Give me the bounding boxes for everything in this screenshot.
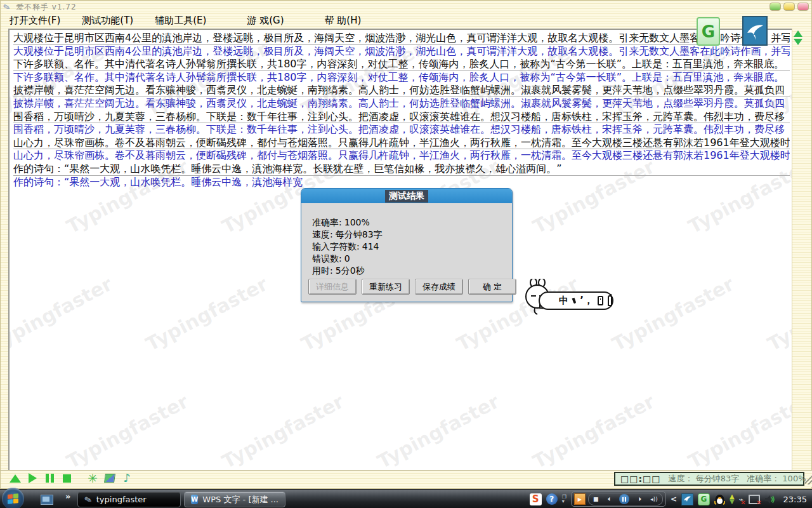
ime-mode-chinese[interactable]: 中 xyxy=(559,296,568,305)
taskbar-clock[interactable]: 23:35 xyxy=(783,495,807,504)
dialog-titlebar[interactable]: 测试结果 xyxy=(301,189,512,203)
watermark-text: Typingfaster xyxy=(142,272,271,355)
system-tray: S ? ❐▾ ▶ ■ ⏴ ⏵ ◂)) < G xyxy=(530,490,812,508)
media-player-toolbar: ▶ ■ ⏴ ⏵ ◂)) xyxy=(571,491,666,507)
ime-keyboard-icon[interactable] xyxy=(598,296,603,305)
maximize-button[interactable] xyxy=(783,3,795,11)
swallow-tray-icon[interactable] xyxy=(681,493,693,505)
task-button-label: WPS 文字 - [新建 ... xyxy=(202,494,278,505)
target-text-line: 作的诗句：“果然一大观，山水唤凭栏。睡佛云中逸，滇池海样宽。长联犹在壁，巨笔信如… xyxy=(13,163,790,176)
start-button[interactable] xyxy=(2,488,24,508)
media-thumbnail-icon[interactable]: ▶ xyxy=(574,493,586,505)
stop-button[interactable] xyxy=(61,472,72,484)
task-button-label: typingfaster xyxy=(96,495,147,504)
stat-accuracy: 准确率:100% xyxy=(312,217,372,229)
power-status-tray-icon[interactable]: ⌁ xyxy=(739,495,744,504)
pen-icon: ✎ xyxy=(2,1,14,13)
typed-text-line: 作的诗句：“果然一大观，山水唤凭栏。睡佛云中逸，滇池海样宽 xyxy=(13,176,790,189)
close-button[interactable] xyxy=(797,3,809,11)
ime-pill: 中 ’， xyxy=(539,291,613,310)
app-window: ✎ 爱不释手 v1.72 打开文件(F) 测试功能(T) 辅助工具(E) 游 戏… xyxy=(0,0,812,489)
timer-display: □□:□□ xyxy=(620,474,661,484)
menu-test-function[interactable]: 测试功能(T) xyxy=(79,15,136,27)
test-result-dialog: 测试结果 准确率:100% 速度:每分钟83字 输入字符数:414 错误数:0 … xyxy=(301,188,513,302)
speed-status: 速度： 每分钟83字 xyxy=(669,473,740,485)
menu-games[interactable]: 游 戏(G) xyxy=(244,15,286,27)
watermark-text: Typingfaster xyxy=(608,272,737,355)
tray-collapse-arrow[interactable]: < xyxy=(671,495,677,504)
ime-toolbar[interactable]: 中 ’， xyxy=(521,279,616,316)
titlebar: ✎ 爱不释手 v1.72 xyxy=(1,1,812,13)
watermark-text: Typingfaster xyxy=(63,390,192,471)
watermark-text: Typingfaster xyxy=(529,390,658,471)
target-text-line: 披襟岸帻，喜茫茫空阔无边。看东骧神骏，西翥灵仪，北走蜿蜒，南翔缟素。高人韵士，何… xyxy=(13,84,790,97)
target-text-line: 山心力，尽珠帘画栋。卷不及暮雨朝云，便断碣残碑，都付与苍烟落照。只赢得几杵疏钟，… xyxy=(13,137,790,150)
watermark-text: Typingfaster xyxy=(8,272,116,355)
typed-text-line: 围香稻，万顷晴沙，九夏芙蓉，三春杨柳。下联是：数千年往事，注到心头。把酒凌虚，叹… xyxy=(13,123,790,137)
tray-mini-controls[interactable]: ❐▾ xyxy=(562,495,566,504)
media-volume-button[interactable]: ◂)) xyxy=(650,496,658,502)
status-panel: □□:□□ 速度： 每分钟83字 准确率： 100% xyxy=(614,472,804,486)
network-status-tray-icon[interactable] xyxy=(749,495,760,504)
media-next-button[interactable]: ⏵ xyxy=(639,496,642,503)
dialog-title: 测试结果 xyxy=(385,190,428,203)
qq-penguin-tray-icon[interactable] xyxy=(714,493,725,505)
stat-speed: 速度:每分钟83字 xyxy=(312,229,385,241)
desktop: ✎ 爱不释手 v1.72 打开文件(F) 测试功能(T) 辅助工具(E) 游 戏… xyxy=(0,0,812,508)
typed-text-line: 大观楼位于昆明市区西南4公里的滇池岸边，登楼远眺，极目所及，海阔天空，烟波浩渺，… xyxy=(13,45,790,58)
taskbar-button-wps[interactable]: W WPS 文字 - [新建 ... xyxy=(184,491,285,507)
retry-button[interactable]: 重新练习 xyxy=(362,279,410,295)
music-note-icon[interactable]: ♪ xyxy=(121,472,133,484)
stat-time-used: 用时:5分0秒 xyxy=(312,265,367,277)
swallow-icon xyxy=(745,20,765,42)
g-glyph: G xyxy=(702,22,715,41)
app-bottom-toolbar: ✳ ♪ □□:□□ 速度： 每分钟83字 准确率： 100% xyxy=(1,470,812,487)
menu-help[interactable]: 帮 助(H) xyxy=(322,15,364,27)
media-controls: ■ ⏴ ⏵ ◂)) xyxy=(588,493,663,505)
sogou-tray-icon[interactable]: S xyxy=(530,493,542,505)
play-button[interactable] xyxy=(27,472,38,484)
taskbar: » ✎ typingfaster W WPS 文字 - [新建 ... S ? … xyxy=(0,489,812,508)
green-g-tray-icon[interactable]: G xyxy=(698,493,710,505)
show-desktop-icon[interactable] xyxy=(41,495,53,505)
green-g-app-icon[interactable]: G xyxy=(697,17,720,46)
target-text-line: 下许多联额、名作。其中清代著名诗人孙髯翁所撰长联，共180字，内容深刻，对仗工整… xyxy=(13,58,790,71)
scrollbar[interactable] xyxy=(792,29,804,471)
watermark-text: Typingfaster xyxy=(218,390,347,471)
accuracy-status: 准确率： 100% xyxy=(747,473,806,485)
minimize-button[interactable] xyxy=(769,3,781,11)
swallow-app-icon[interactable] xyxy=(742,16,768,46)
media-pause-button[interactable] xyxy=(619,494,629,504)
menu-open-file[interactable]: 打开文件(F) xyxy=(7,15,63,27)
media-prev-button[interactable]: ⏴ xyxy=(608,496,611,503)
quicklaunch-overflow-chevron[interactable]: » xyxy=(65,491,70,501)
menu-assist-tools[interactable]: 辅助工具(E) xyxy=(152,15,209,27)
scroll-up-icon[interactable] xyxy=(794,30,802,37)
ok-button[interactable]: 确 定 xyxy=(468,279,516,295)
transfer-arrows-tray-icon[interactable]: ▲▼ xyxy=(730,494,735,504)
help-tray-icon[interactable]: ? xyxy=(546,493,558,505)
package-icon[interactable] xyxy=(104,472,115,484)
windows-logo-icon xyxy=(8,493,18,504)
ime-punctuation[interactable]: ’， xyxy=(580,296,593,305)
ime-shape-icon[interactable] xyxy=(572,298,577,304)
typed-text-line: 山心力，尽珠帘画栋。卷不及暮雨朝云，便断碣残碑，都付与苍烟落照。只赢得几杵疏钟，… xyxy=(13,149,790,163)
window-title: 爱不释手 v1.72 xyxy=(16,2,77,13)
target-text-line: 围香稻，万顷晴沙，九夏芙蓉，三春杨柳。下联是：数千年往事，注到心头。把酒凌虚，叹… xyxy=(13,110,790,124)
save-score-button[interactable]: 保存成绩 xyxy=(415,279,463,295)
resize-grip[interactable] xyxy=(805,474,812,485)
pen-icon: ✎ xyxy=(83,493,93,505)
pause-button[interactable] xyxy=(44,472,55,484)
volume-tray-icon[interactable] xyxy=(764,495,775,504)
scroll-down-icon[interactable] xyxy=(794,39,802,45)
typed-text-line: 披襟岸帻，喜茫茫空阔无边。看东骧神骏，西翥灵仪，北走蜿蜒，南翔缟素。高人韵士，何… xyxy=(13,97,790,110)
ime-tools-icon[interactable] xyxy=(608,295,612,306)
settings-gear-icon[interactable]: ✳ xyxy=(87,472,98,484)
dialog-body: 准确率:100% 速度:每分钟83字 输入字符数:414 错误数:0 用时:5分… xyxy=(301,203,512,301)
target-text-line: 大观楼位于昆明市区西南4公里的滇池岸边，登楼远眺，极目所及，海阔天空，烟波浩渺，… xyxy=(13,32,790,45)
media-stop-button[interactable]: ■ xyxy=(593,496,599,502)
wps-icon: W xyxy=(191,495,198,504)
taskbar-button-typingfaster[interactable]: ✎ typingfaster xyxy=(77,491,181,507)
menubar: 打开文件(F) 测试功能(T) 辅助工具(E) 游 戏(G) 帮 助(H) xyxy=(7,13,806,27)
eject-button[interactable] xyxy=(10,472,21,484)
